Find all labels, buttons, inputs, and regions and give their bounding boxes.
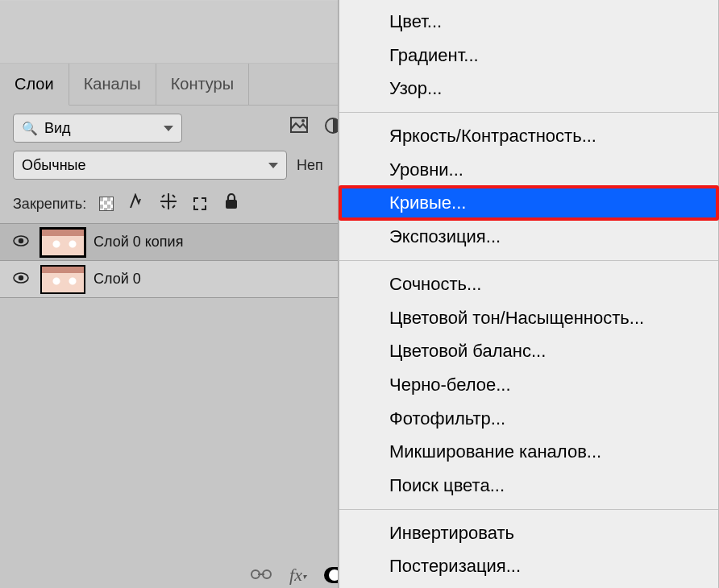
panel-tabs: Слои Каналы Контуры bbox=[0, 64, 363, 106]
menu-item[interactable]: Изогелия... bbox=[339, 583, 718, 588]
layer-name[interactable]: Слой 0 копия bbox=[94, 234, 183, 251]
layers-bottom-bar: fx▾ bbox=[0, 564, 363, 588]
layer-thumbnail[interactable] bbox=[40, 228, 85, 257]
svg-point-1 bbox=[301, 119, 305, 122]
menu-separator bbox=[339, 260, 718, 261]
menu-item[interactable]: Яркость/Контрастность... bbox=[339, 119, 718, 153]
layer-filter-kind-label: Вид bbox=[44, 120, 71, 137]
layer-row[interactable]: Слой 0 копия bbox=[0, 224, 363, 261]
svg-rect-3 bbox=[226, 200, 237, 209]
menu-item[interactable]: Узор... bbox=[339, 72, 718, 106]
menu-item[interactable]: Постеризация... bbox=[339, 549, 718, 583]
tab-layers[interactable]: Слои bbox=[0, 64, 69, 106]
layers-empty-area bbox=[0, 298, 363, 564]
menu-item[interactable]: Инвертировать bbox=[339, 516, 718, 550]
chevron-down-icon bbox=[268, 163, 278, 168]
menu-item[interactable]: Цветовой тон/Насыщенность... bbox=[339, 301, 718, 335]
menu-item[interactable]: Экспозиция... bbox=[339, 220, 718, 254]
opacity-label: Неп bbox=[297, 157, 323, 174]
blend-mode-dropdown[interactable]: Обычные bbox=[13, 151, 287, 180]
menu-item[interactable]: Кривые... bbox=[339, 186, 718, 220]
svg-point-7 bbox=[19, 275, 23, 280]
layer-fx-icon[interactable]: fx▾ bbox=[289, 565, 306, 586]
layer-filter-kind-dropdown[interactable]: 🔍 Вид bbox=[13, 114, 182, 143]
menu-item[interactable]: Цветовой баланс... bbox=[339, 334, 718, 368]
lock-label: Закрепить: bbox=[13, 196, 86, 213]
menu-item[interactable]: Градиент... bbox=[339, 39, 718, 72]
blend-row: Обычные Неп bbox=[0, 149, 363, 186]
lock-artboard-icon[interactable] bbox=[191, 195, 209, 213]
svg-point-5 bbox=[19, 238, 23, 243]
menu-item[interactable]: Фотофильтр... bbox=[339, 402, 718, 436]
menu-item[interactable]: Цвет... bbox=[339, 5, 718, 39]
filter-row: 🔍 Вид bbox=[0, 106, 363, 149]
layer-thumbnail-image bbox=[42, 267, 84, 292]
menu-separator bbox=[339, 112, 718, 113]
menu-item[interactable]: Уровни... bbox=[339, 153, 718, 187]
menu-item[interactable]: Микширование каналов... bbox=[339, 435, 718, 469]
search-icon: 🔍 bbox=[22, 121, 38, 136]
panel-header-space bbox=[0, 1, 363, 64]
lock-position-icon[interactable] bbox=[159, 193, 178, 215]
layers-panel: Слои Каналы Контуры 🔍 Вид Обычные Неп За… bbox=[0, 0, 363, 588]
menu-item[interactable]: Поиск цвета... bbox=[339, 469, 718, 503]
menu-item[interactable]: Сочность... bbox=[339, 267, 718, 301]
layers-list: Слой 0 копияСлой 0 bbox=[0, 223, 363, 298]
tab-paths[interactable]: Контуры bbox=[156, 64, 249, 106]
tab-channels[interactable]: Каналы bbox=[69, 64, 156, 106]
chevron-down-icon bbox=[164, 126, 173, 131]
filter-image-icon[interactable] bbox=[290, 117, 308, 139]
adjustment-layer-menu: Цвет...Градиент...Узор...Яркость/Контрас… bbox=[339, 0, 719, 588]
blend-mode-label: Обычные bbox=[22, 157, 86, 174]
menu-item[interactable]: Черно-белое... bbox=[339, 368, 718, 402]
layer-name[interactable]: Слой 0 bbox=[94, 271, 141, 288]
menu-separator bbox=[339, 509, 718, 510]
link-layers-icon[interactable] bbox=[251, 565, 272, 586]
lock-all-icon[interactable] bbox=[222, 193, 241, 214]
lock-image-pixels-icon[interactable] bbox=[127, 193, 146, 214]
lock-transparent-pixels-icon[interactable] bbox=[99, 197, 114, 211]
lock-row: Закрепить: bbox=[0, 186, 363, 223]
layer-visibility-toggle[interactable] bbox=[10, 271, 32, 288]
layer-visibility-toggle[interactable] bbox=[10, 234, 32, 251]
layer-thumbnail-image bbox=[42, 230, 84, 255]
layer-thumbnail[interactable] bbox=[40, 265, 85, 294]
layer-row[interactable]: Слой 0 bbox=[0, 261, 363, 298]
